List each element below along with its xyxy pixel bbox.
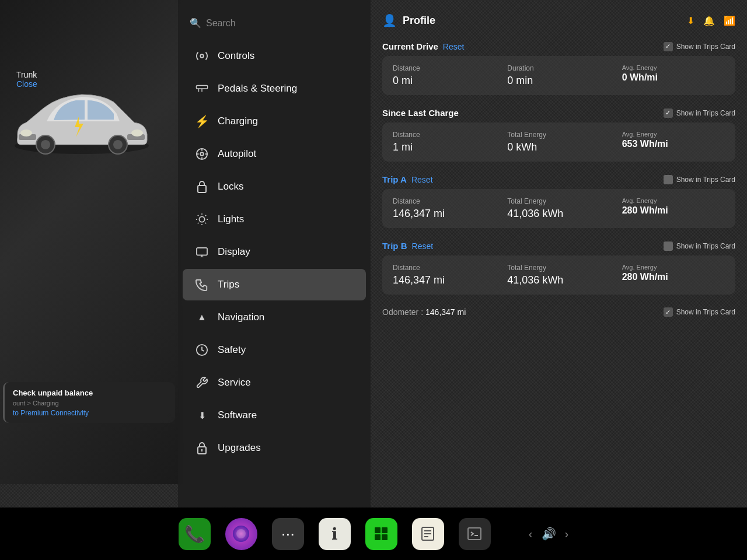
locks-label: Locks	[218, 181, 243, 192]
trip-b-distance-cell: Distance 146,347 mi	[393, 264, 495, 286]
sidebar-item-trips[interactable]: Trips	[183, 269, 366, 300]
since-last-charge-checkbox[interactable]: ✓	[664, 108, 673, 118]
dots-icon[interactable]: ···	[272, 518, 304, 550]
current-drive-distance-value: 0 mi	[393, 75, 495, 87]
trip-b-show-trips[interactable]: Show in Trips Card	[664, 242, 735, 251]
sidebar-item-navigation[interactable]: ▲ Navigation	[183, 302, 366, 333]
navigation-icon: ▲	[194, 310, 210, 325]
taskbar-nav: ‹ 🔊 ›	[529, 527, 568, 541]
trip-a-card: Distance 146,347 mi Total Energy 41,036 …	[382, 189, 735, 228]
notification-link[interactable]: to Premium Connectivity	[13, 409, 167, 417]
trip-a-checkbox[interactable]	[664, 175, 673, 184]
taskbar: 📞 ··· ℹ	[0, 508, 747, 560]
sidebar-item-software[interactable]: ⬇ Software	[183, 400, 366, 431]
display-icon	[194, 244, 210, 260]
svg-rect-40	[382, 534, 388, 540]
current-drive-show-label: Show in Trips Card	[676, 43, 735, 51]
trip-a-reset[interactable]: Reset	[411, 175, 433, 184]
notes-icon[interactable]	[412, 518, 444, 550]
trip-a-header: Trip A Reset Show in Trips Card	[382, 172, 735, 189]
slc-distance-label: Distance	[393, 131, 495, 139]
volume-icon[interactable]: 🔊	[542, 527, 556, 541]
forward-arrow[interactable]: ›	[565, 527, 569, 541]
svg-rect-29	[197, 248, 207, 256]
svg-point-4	[131, 130, 143, 136]
trip-b-header: Trip B Reset Show in Trips Card	[382, 239, 735, 256]
main-content: 👤 Profile ⬇ 🔔 📶 Current Drive Reset ✓ Sh…	[371, 0, 747, 508]
controls-icon	[194, 48, 210, 64]
sidebar-item-lights[interactable]: Lights	[183, 204, 366, 235]
svg-line-27	[198, 223, 198, 223]
since-last-charge-header: Since Last Charge ✓ Show in Trips Card	[382, 106, 735, 123]
odometer-show-trips[interactable]: ✓ Show in Trips Card	[664, 307, 735, 317]
trip-b-title: Trip B	[382, 241, 407, 251]
current-drive-card: Distance 0 mi Duration 0 min Avg. Energy…	[382, 56, 735, 95]
trip-a-avg-label: Avg. Energy	[622, 197, 725, 204]
info-icon[interactable]: ℹ	[319, 518, 351, 550]
software-icon: ⬇	[194, 408, 210, 423]
header-row: 👤 Profile ⬇ 🔔 📶	[382, 9, 735, 39]
sidebar-item-autopilot[interactable]: Autopilot	[183, 138, 366, 170]
odometer-checkbox[interactable]: ✓	[664, 307, 673, 317]
current-drive-reset[interactable]: Reset	[443, 42, 465, 51]
odometer-show-label: Show in Trips Card	[676, 308, 735, 316]
since-last-charge-card: Distance 1 mi Total Energy 0 kWh Avg. En…	[382, 123, 735, 162]
current-drive-title: Current Drive	[382, 41, 438, 51]
trip-a-energy-value: 41,036 kWh	[507, 208, 610, 220]
lights-label: Lights	[218, 214, 244, 225]
charging-icon: ⚡	[194, 114, 210, 129]
service-label: Service	[218, 377, 251, 388]
terminal-icon[interactable]	[459, 518, 491, 550]
trip-b-avg-label: Avg. Energy	[622, 264, 725, 271]
svg-rect-19	[198, 186, 206, 192]
since-last-charge-section: Since Last Charge ✓ Show in Trips Card D…	[382, 106, 735, 162]
phone-icon[interactable]: 📞	[179, 518, 211, 550]
sidebar-item-locks[interactable]: Locks	[183, 171, 366, 202]
locks-icon	[194, 179, 210, 194]
odometer-info: Odometer : 146,347 mi	[382, 307, 466, 317]
sidebar: 🔍 Search Controls Pedals & Steering ⚡ Ch…	[178, 0, 371, 508]
current-drive-checkbox[interactable]: ✓	[664, 42, 673, 51]
trip-b-energy-value: 41,036 kWh	[507, 274, 610, 286]
header-icons: ⬇ 🔔 📶	[687, 15, 735, 26]
slc-energy-label: Total Energy	[507, 131, 610, 139]
upgrades-icon	[194, 440, 210, 456]
sidebar-item-controls[interactable]: Controls	[183, 40, 366, 72]
slc-energy-value: 0 kWh	[507, 141, 610, 153]
safety-label: Safety	[218, 344, 246, 356]
siri-icon[interactable]	[225, 518, 257, 550]
charging-label: Charging	[218, 116, 258, 127]
svg-rect-39	[375, 534, 381, 540]
trip-a-show-trips[interactable]: Show in Trips Card	[664, 175, 735, 184]
autopilot-label: Autopilot	[218, 148, 256, 160]
lights-icon	[194, 212, 210, 227]
sidebar-item-upgrades[interactable]: Upgrades	[183, 432, 366, 464]
sidebar-item-service[interactable]: Service	[183, 367, 366, 398]
service-icon	[194, 375, 210, 390]
trip-a-distance-value: 146,347 mi	[393, 208, 495, 220]
signal-icon: 📶	[724, 15, 735, 26]
search-icon: 🔍	[190, 18, 201, 29]
trip-b-checkbox[interactable]	[664, 242, 673, 251]
slc-avg-label: Avg. Energy	[622, 131, 725, 138]
notification-icon: 🔔	[703, 15, 715, 26]
grid-icon[interactable]	[365, 518, 397, 550]
notification-card: Check unpaid balance ount > Charging to …	[3, 382, 175, 423]
sidebar-item-pedals[interactable]: Pedals & Steering	[183, 73, 366, 104]
trips-label: Trips	[218, 279, 239, 290]
back-arrow[interactable]: ‹	[529, 527, 533, 541]
sidebar-item-display[interactable]: Display	[183, 236, 366, 268]
current-drive-duration-value: 0 min	[507, 75, 610, 87]
pedals-icon	[194, 81, 210, 96]
sidebar-item-safety[interactable]: Safety	[183, 334, 366, 366]
navigation-label: Navigation	[218, 312, 264, 323]
since-last-charge-title: Since Last Charge	[382, 108, 459, 118]
trunk-close-btn[interactable]: Close	[16, 79, 37, 89]
trip-b-reset[interactable]: Reset	[412, 242, 434, 251]
display-label: Display	[218, 246, 250, 258]
trip-b-distance-label: Distance	[393, 264, 495, 272]
search-bar[interactable]: 🔍 Search	[178, 12, 371, 34]
sidebar-item-charging[interactable]: ⚡ Charging	[183, 106, 366, 137]
current-drive-show-trips[interactable]: ✓ Show in Trips Card	[664, 42, 735, 51]
since-last-charge-show-trips[interactable]: ✓ Show in Trips Card	[664, 108, 735, 118]
